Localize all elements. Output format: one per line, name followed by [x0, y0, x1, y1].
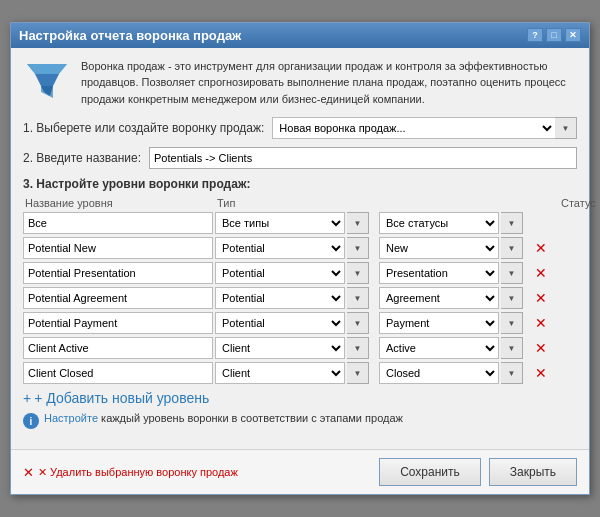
intro-text: Воронка продаж - это инструмент для орга… [81, 58, 577, 108]
level-name-cell: Potential Payment [23, 312, 213, 334]
level-status-select[interactable]: Presentation [379, 262, 499, 284]
table-row: Potential Agreement Potential ▼ Agreemen… [23, 287, 577, 309]
level-name-cell: Client Active [23, 337, 213, 359]
info-text: Настройте каждый уровень воронки в соотв… [44, 412, 403, 424]
level-type-select[interactable]: Все типы [215, 212, 345, 234]
status-dropdown-arrow[interactable]: ▼ [501, 362, 523, 384]
table-row: Potential Payment Potential ▼ Payment ▼ … [23, 312, 577, 334]
bottom-bar: ✕ ✕ Удалить выбранную воронку продаж Сох… [11, 449, 589, 494]
funnel-select-arrow[interactable]: ▼ [555, 117, 577, 139]
status-dropdown-arrow[interactable]: ▼ [501, 237, 523, 259]
delete-icon: ✕ [23, 465, 34, 480]
delete-funnel-link[interactable]: ✕ ✕ Удалить выбранную воронку продаж [23, 465, 238, 480]
col-type-header: Тип [217, 197, 559, 209]
level-type-select[interactable]: Client [215, 362, 345, 384]
col-name-header: Название уровня [25, 197, 215, 209]
type-dropdown-arrow[interactable]: ▼ [347, 312, 369, 334]
status-dropdown-arrow[interactable]: ▼ [501, 287, 523, 309]
table-row: Client Active Client ▼ Active ▼ ✕ [23, 337, 577, 359]
delete-level-button[interactable]: ✕ [533, 315, 549, 331]
intro-section: Воронка продаж - это инструмент для орга… [23, 58, 577, 108]
levels-section: Название уровня Тип Статус Все Все типы … [23, 197, 577, 384]
configure-link[interactable]: Настройте [44, 412, 98, 424]
svg-marker-1 [27, 64, 67, 74]
settings-dialog: Настройка отчета воронка продаж ? □ ✕ Во… [10, 22, 590, 496]
add-level-link[interactable]: + + Добавить новый уровень [23, 390, 577, 406]
type-dropdown-arrow[interactable]: ▼ [347, 337, 369, 359]
level-name-cell: Client Closed [23, 362, 213, 384]
level-name-cell: Potential Agreement [23, 287, 213, 309]
step1-row: 1. Выберете или создайте воронку продаж:… [23, 117, 577, 139]
table-row: Client Closed Client ▼ Closed ▼ ✕ [23, 362, 577, 384]
status-dropdown-arrow[interactable]: ▼ [501, 212, 523, 234]
level-status-select[interactable]: Все статусы [379, 212, 499, 234]
type-dropdown-arrow[interactable]: ▼ [347, 212, 369, 234]
level-status-select[interactable]: Active [379, 337, 499, 359]
level-type-select[interactable]: Potential [215, 312, 345, 334]
status-dropdown-arrow[interactable]: ▼ [501, 262, 523, 284]
level-name-cell: Все [23, 212, 213, 234]
step1-select-container: Новая воронка продаж... ▼ [272, 117, 577, 139]
level-type-select[interactable]: Potential [215, 237, 345, 259]
step3-label: 3. Настройте уровни воронки продаж: [23, 177, 577, 191]
funnel-illustration-icon [23, 58, 71, 106]
close-button[interactable]: Закрыть [489, 458, 577, 486]
levels-header: Название уровня Тип Статус [23, 197, 577, 209]
bottom-buttons: Сохранить Закрыть [379, 458, 577, 486]
help-button[interactable]: ? [527, 28, 543, 42]
step2-label: 2. Введите название: [23, 151, 141, 165]
delete-level-button[interactable]: ✕ [533, 240, 549, 256]
level-status-select[interactable]: Closed [379, 362, 499, 384]
title-bar: Настройка отчета воронка продаж ? □ ✕ [11, 23, 589, 48]
type-dropdown-arrow[interactable]: ▼ [347, 287, 369, 309]
delete-level-button[interactable]: ✕ [533, 365, 549, 381]
delete-level-button[interactable]: ✕ [533, 265, 549, 281]
info-row: i Настройте каждый уровень воронки в соо… [23, 412, 577, 429]
funnel-name-input[interactable] [149, 147, 577, 169]
funnel-select[interactable]: Новая воронка продаж... [272, 117, 555, 139]
level-name-cell: Potential Presentation [23, 262, 213, 284]
col-status-header: Статус [561, 197, 596, 209]
level-status-select[interactable]: Payment [379, 312, 499, 334]
step2-row: 2. Введите название: [23, 147, 577, 169]
table-row: Potential New Potential ▼ New ▼ ✕ [23, 237, 577, 259]
type-dropdown-arrow[interactable]: ▼ [347, 262, 369, 284]
dialog-body: Воронка продаж - это инструмент для орга… [11, 48, 589, 450]
minimize-button[interactable]: □ [546, 28, 562, 42]
level-type-select[interactable]: Client [215, 337, 345, 359]
delete-level-button[interactable]: ✕ [533, 290, 549, 306]
type-dropdown-arrow[interactable]: ▼ [347, 237, 369, 259]
svg-marker-2 [35, 74, 59, 86]
level-type-select[interactable]: Potential [215, 262, 345, 284]
level-name-cell: Potential New [23, 237, 213, 259]
save-button[interactable]: Сохранить [379, 458, 481, 486]
title-controls: ? □ ✕ [527, 28, 581, 42]
table-row: Potential Presentation Potential ▼ Prese… [23, 262, 577, 284]
level-status-select[interactable]: New [379, 237, 499, 259]
info-icon: i [23, 413, 39, 429]
add-icon: + [23, 390, 31, 406]
status-dropdown-arrow[interactable]: ▼ [501, 312, 523, 334]
close-title-button[interactable]: ✕ [565, 28, 581, 42]
dialog-title: Настройка отчета воронка продаж [19, 28, 241, 43]
level-status-select[interactable]: Agreement [379, 287, 499, 309]
step1-label: 1. Выберете или создайте воронку продаж: [23, 121, 264, 135]
type-dropdown-arrow[interactable]: ▼ [347, 362, 369, 384]
level-type-select[interactable]: Potential [215, 287, 345, 309]
status-dropdown-arrow[interactable]: ▼ [501, 337, 523, 359]
table-row: Все Все типы ▼ Все статусы ▼ [23, 212, 577, 234]
delete-level-button[interactable]: ✕ [533, 340, 549, 356]
